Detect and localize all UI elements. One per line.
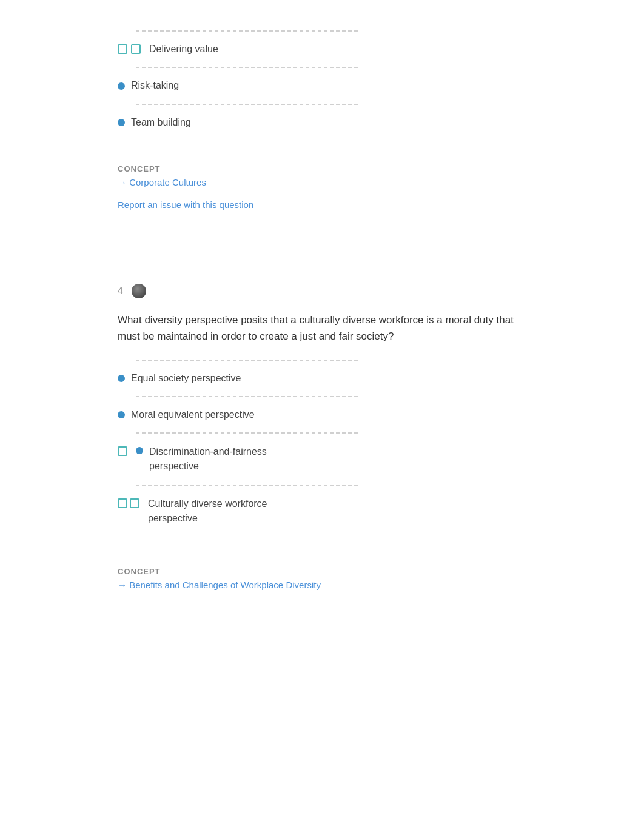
bullet-dot: [118, 82, 125, 90]
answer-icons: [118, 498, 139, 508]
page-container: Delivering value Risk-taking Team buildi…: [0, 0, 644, 624]
answer-options-section2: Equal society perspective Moral equivale…: [118, 360, 526, 537]
section-2: 4 What diversity perspective posits that…: [0, 272, 644, 612]
bullet-dot: [118, 411, 125, 418]
icon-sq-1: [118, 498, 127, 508]
concept-link[interactable]: → Benefits and Challenges of Workplace D…: [118, 580, 526, 590]
report-issue-link[interactable]: Report an issue with this question: [118, 200, 253, 210]
answer-text: Delivering value: [149, 42, 218, 56]
question-separator: [0, 247, 644, 247]
icon-sq-1: [118, 44, 127, 54]
answer-option: Discrimination-and-fairnessperspective: [118, 432, 526, 485]
icon-sq-1: [118, 446, 127, 456]
question-header: 4: [118, 284, 526, 298]
question-text: What diversity perspective posits that a…: [118, 312, 526, 344]
answer-row[interactable]: Culturally diverse workforceperspective: [118, 486, 526, 537]
answer-row[interactable]: Team building: [118, 105, 526, 140]
answer-option: Equal society perspective: [118, 360, 526, 396]
answer-icons: [118, 446, 127, 456]
icon-sq-2: [131, 44, 141, 54]
bullet-dot: [136, 447, 143, 454]
concept-label: CONCEPT: [118, 164, 526, 173]
answer-text: Risk-taking: [131, 79, 179, 92]
question-number: 4: [118, 286, 123, 297]
answer-row[interactable]: Discrimination-and-fairnessperspective: [118, 434, 526, 485]
avatar: [132, 284, 146, 298]
answer-option: Risk-taking: [118, 67, 526, 103]
answer-option: Team building: [118, 104, 526, 140]
bullet-dot: [118, 375, 125, 382]
answer-row[interactable]: Delivering value: [118, 32, 526, 67]
answer-text: Discrimination-and-fairnessperspective: [149, 444, 267, 474]
avatar-inner: [132, 284, 146, 298]
answer-icons: [118, 44, 141, 54]
answer-options-section1: Delivering value Risk-taking Team buildi…: [118, 30, 526, 140]
icon-sq-2: [130, 498, 139, 508]
bullet-dot: [118, 119, 125, 126]
concept-label: CONCEPT: [118, 567, 526, 576]
concept-link[interactable]: → Corporate Cultures: [118, 177, 526, 187]
answer-text: Team building: [131, 116, 191, 129]
answer-option: Moral equivalent perspective: [118, 396, 526, 432]
section-1: Delivering value Risk-taking Team buildi…: [0, 12, 644, 223]
answer-row[interactable]: Risk-taking: [118, 68, 526, 103]
answer-text: Culturally diverse workforceperspective: [148, 497, 267, 526]
answer-row[interactable]: Equal society perspective: [118, 361, 526, 396]
answer-option: Culturally diverse workforceperspective: [118, 485, 526, 537]
answer-option: Delivering value: [118, 30, 526, 67]
concept-section-1: CONCEPT → Corporate Cultures Report an i…: [118, 164, 526, 210]
answer-text: Moral equivalent perspective: [131, 408, 255, 421]
concept-section-2: CONCEPT → Benefits and Challenges of Wor…: [118, 567, 526, 590]
answer-text: Equal society perspective: [131, 372, 241, 385]
answer-row[interactable]: Moral equivalent perspective: [118, 397, 526, 432]
